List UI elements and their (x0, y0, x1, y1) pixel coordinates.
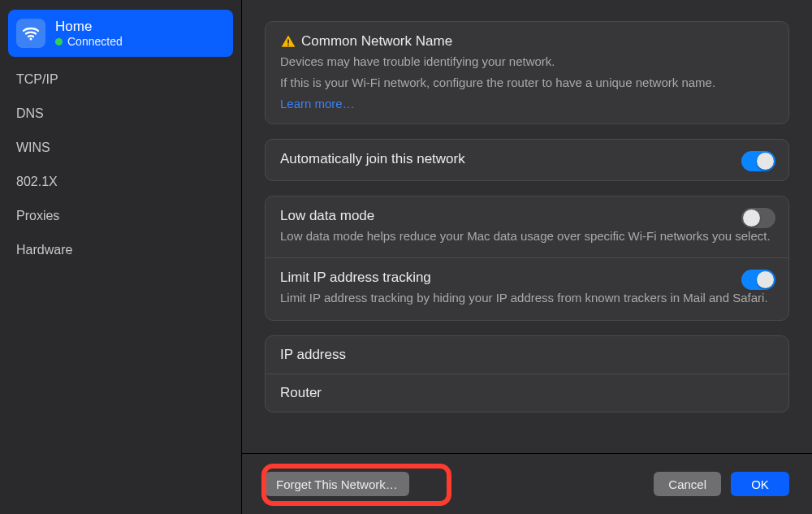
autojoin-label: Automatically join this network (280, 151, 774, 167)
status-dot-icon (55, 38, 63, 45)
data-settings-panel: Low data mode Low data mode helps reduce… (265, 196, 789, 322)
limitip-label: Limit IP address tracking (280, 270, 774, 286)
warning-title: Common Network Name (301, 33, 452, 50)
limitip-desc: Limit IP address tracking by hiding your… (280, 289, 774, 307)
warning-icon (280, 33, 296, 50)
sidebar-item-dns[interactable]: DNS (8, 97, 233, 130)
ip-address-label: IP address (280, 347, 346, 363)
lowdata-desc: Low data mode helps reduce your Mac data… (280, 227, 774, 245)
sidebar-item-8021x[interactable]: 802.1X (8, 166, 233, 198)
svg-rect-1 (287, 40, 289, 44)
sidebar-network-header[interactable]: Home Connected (8, 10, 233, 57)
cancel-button[interactable]: Cancel (654, 472, 721, 496)
warning-desc-2: If this is your Wi-Fi network, configure… (280, 74, 774, 92)
lowdata-label: Low data mode (280, 208, 774, 224)
warning-desc-1: Devices may have trouble identifying you… (280, 53, 774, 71)
router-label: Router (280, 385, 322, 401)
autojoin-toggle[interactable] (741, 151, 775, 171)
svg-point-0 (30, 38, 32, 41)
sidebar: Home Connected TCP/IP DNS WINS 802.1X Pr… (0, 0, 242, 514)
warning-panel: Common Network Name Devices may have tro… (265, 21, 789, 124)
wifi-icon (16, 19, 45, 48)
sidebar-item-tcpip[interactable]: TCP/IP (8, 63, 233, 96)
svg-rect-2 (287, 45, 289, 46)
network-name: Home (55, 18, 123, 35)
learn-more-link[interactable]: Learn more… (280, 97, 774, 110)
sidebar-item-hardware[interactable]: Hardware (8, 234, 233, 266)
network-info-panel: IP address Router (265, 335, 789, 412)
forget-network-button[interactable]: Forget This Network… (265, 472, 409, 496)
sidebar-item-proxies[interactable]: Proxies (8, 200, 233, 232)
autojoin-panel: Automatically join this network (265, 139, 789, 181)
sidebar-item-wins[interactable]: WINS (8, 132, 233, 164)
network-status: Connected (67, 35, 123, 50)
limitip-toggle[interactable] (741, 270, 775, 290)
ok-button[interactable]: OK (731, 472, 789, 496)
lowdata-toggle[interactable] (741, 208, 775, 228)
